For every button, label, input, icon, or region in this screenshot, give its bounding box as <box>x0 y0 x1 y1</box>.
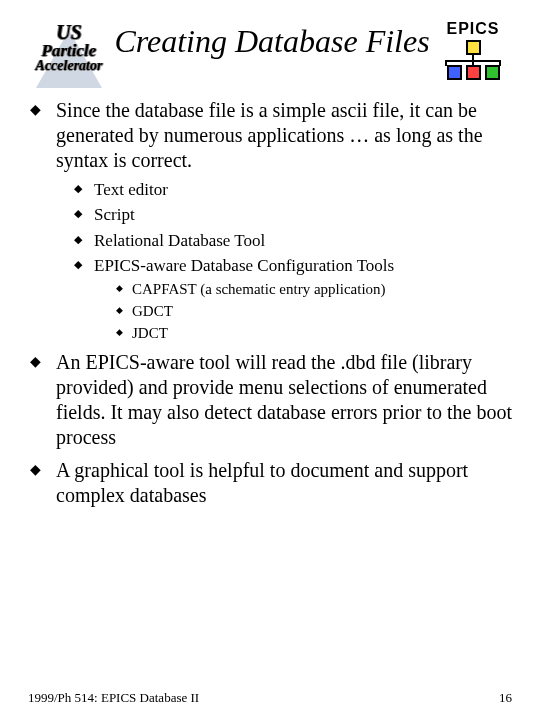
epics-logo: EPICS <box>434 20 512 80</box>
bullet-level3: CAPFAST (a schematic entry application) <box>114 280 512 299</box>
bullet-level2: Script <box>72 204 512 225</box>
bullet-text: An EPICS-aware tool will read the .dbd f… <box>56 351 512 448</box>
bullet-text: Text editor <box>94 180 168 199</box>
bullet-text: JDCT <box>132 325 168 341</box>
bullet-level1: An EPICS-aware tool will read the .dbd f… <box>28 350 512 450</box>
bullet-level3: GDCT <box>114 302 512 321</box>
us-particle-accelerator-logo: US Particle Accelerator <box>28 20 110 73</box>
slide-body: Since the database file is a simple asci… <box>28 98 512 508</box>
bullet-level3: JDCT <box>114 324 512 343</box>
logo-text-line1: US <box>28 22 110 42</box>
slide-footer: 1999/Ph 514: EPICS Database II 16 <box>28 690 512 706</box>
bullet-text: Script <box>94 205 135 224</box>
page-number: 16 <box>499 690 512 706</box>
bullet-text: Relational Database Tool <box>94 231 265 250</box>
slide-title: Creating Database Files <box>110 20 434 60</box>
bullet-text: A graphical tool is helpful to document … <box>56 459 468 506</box>
logo-text-line3: Accelerator <box>28 59 110 73</box>
slide-header: US Particle Accelerator Creating Databas… <box>28 20 512 80</box>
logo-text-line2: Particle <box>28 42 110 59</box>
footer-left: 1999/Ph 514: EPICS Database II <box>28 690 199 706</box>
epics-logo-icon <box>434 40 512 80</box>
bullet-level1: Since the database file is a simple asci… <box>28 98 512 342</box>
bullet-text: Since the database file is a simple asci… <box>56 99 483 171</box>
bullet-text: EPICS-aware Database Configuration Tools <box>94 256 394 275</box>
bullet-text: CAPFAST (a schematic entry application) <box>132 281 386 297</box>
bullet-level2: Text editor <box>72 179 512 200</box>
bullet-level2: EPICS-aware Database Configuration Tools… <box>72 255 512 343</box>
bullet-level1: A graphical tool is helpful to document … <box>28 458 512 508</box>
bullet-level2: Relational Database Tool <box>72 230 512 251</box>
epics-logo-text: EPICS <box>434 20 512 38</box>
bullet-text: GDCT <box>132 303 173 319</box>
